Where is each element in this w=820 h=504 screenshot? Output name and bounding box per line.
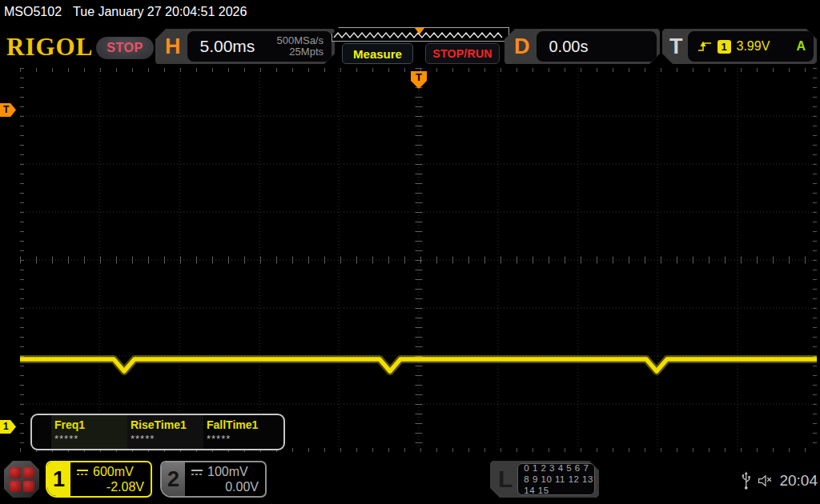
measurement-label: FallTime1 [207, 418, 279, 431]
run-state-indicator[interactable]: STOP [96, 37, 154, 59]
menu-grid-icon [10, 481, 21, 492]
channel1-number-tab: 1 [47, 462, 70, 496]
measurement-label: Freq1 [54, 418, 127, 431]
logic-label: L [490, 466, 516, 493]
channel2-number-tab: 2 [162, 462, 185, 496]
dc-coupling-icon [191, 469, 203, 476]
measurement-value: ***** [131, 433, 203, 445]
datetime-text: Tue January 27 20:04:51 2026 [73, 5, 247, 19]
delay-settings-block[interactable]: D 0.00s [504, 29, 660, 64]
trigger-sweep-mode: A [796, 39, 806, 54]
channel1-offset: -2.08V [76, 480, 144, 494]
horizontal-values: 5.00ms 500MSa/s 25Mpts [187, 31, 332, 62]
measurement-label: RiseTime1 [131, 418, 203, 431]
rigol-logo: RIGOL [6, 33, 93, 62]
channel2-scale: 100mV [207, 465, 248, 479]
delay-label: D [504, 34, 535, 59]
trigger-level-value: 3.99V [737, 39, 791, 54]
trigger-source-badge: 1 [718, 40, 731, 54]
menu-grid-icon [23, 467, 34, 478]
acquisition-info: 500MSa/s 25Mpts [276, 35, 332, 58]
channel1-waveform-trace [20, 68, 817, 452]
channel1-position-marker[interactable]: 1 [0, 420, 16, 434]
menu-grid-icon [23, 481, 34, 492]
memory-depth: 25Mpts [276, 46, 324, 58]
channel2-offset: 0.00V [191, 480, 259, 494]
preview-trigger-marker-icon[interactable] [415, 28, 424, 34]
measure-button-label: Measure [353, 47, 402, 61]
waveform-display-area[interactable] [20, 68, 817, 452]
horizontal-label: H [155, 34, 186, 59]
measurement-value: ***** [54, 433, 127, 445]
measurement-item[interactable]: FallTime1 ***** [203, 415, 279, 449]
measurement-item[interactable]: Freq1 ***** [51, 415, 127, 449]
logic-channels-row2: 8 9 10 11 12 13 14 15 [524, 474, 594, 496]
measurement-panel-spacer [32, 415, 51, 449]
titlebar: MSO5102 Tue January 27 20:04:51 2026 [4, 5, 247, 19]
sample-rate: 500MSa/s [276, 35, 324, 46]
channel2-status-block[interactable]: 2 100mV 0.00V [160, 461, 267, 498]
channel1-status-block[interactable]: 1 600mV -2.08V [46, 461, 152, 498]
delay-value: 0.00s [537, 38, 589, 56]
menu-grid-icon [10, 467, 21, 478]
status-tray: 20:04 [742, 466, 818, 495]
trigger-level-marker[interactable]: T [0, 103, 16, 117]
rising-edge-trigger-icon [697, 40, 712, 53]
menu-button[interactable] [4, 461, 39, 498]
stop-run-button[interactable]: STOP/RUN [425, 43, 500, 64]
timebase-value: 5.00ms [187, 37, 277, 56]
model-name: MSO5102 [4, 5, 62, 19]
stop-run-button-label: STOP/RUN [432, 47, 492, 60]
measurement-item[interactable]: RiseTime1 ***** [127, 415, 203, 449]
measurement-value: ***** [207, 433, 279, 445]
measurement-results-panel[interactable]: Freq1 ***** RiseTime1 ***** FallTime1 **… [30, 414, 285, 450]
sound-muted-icon[interactable] [758, 472, 774, 490]
measure-button[interactable]: Measure [342, 43, 413, 64]
trigger-label: T [662, 34, 686, 59]
logic-channels-block[interactable]: L 0 1 2 3 4 5 6 7 8 9 10 11 12 13 14 15 [490, 461, 599, 498]
clock-text: 20:04 [779, 472, 818, 490]
dc-coupling-icon [76, 469, 89, 476]
logic-channels-row1: 0 1 2 3 4 5 6 7 [524, 462, 594, 474]
usb-icon[interactable] [742, 469, 751, 493]
run-state-label: STOP [107, 41, 143, 55]
trigger-settings-block[interactable]: T 1 3.99V A [662, 29, 817, 64]
channel1-scale: 600mV [93, 465, 134, 479]
horizontal-settings-block[interactable]: H 5.00ms 500MSa/s 25Mpts [155, 29, 335, 64]
